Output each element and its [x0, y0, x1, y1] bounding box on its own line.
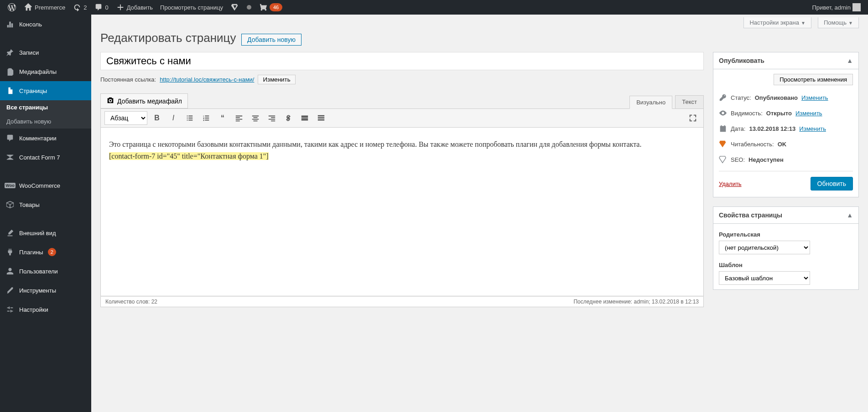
date-row: Дата: 13.02.2018 12:13 Изменить: [719, 121, 853, 136]
menu-comments[interactable]: Комментарии: [0, 129, 91, 148]
comments-link[interactable]: 0: [90, 0, 112, 15]
delete-link[interactable]: Удалить: [719, 180, 742, 187]
status-row: Статус: Опубликовано Изменить: [719, 90, 853, 105]
plug-icon: [5, 247, 15, 257]
visual-tab[interactable]: Визуально: [629, 96, 672, 109]
edit-status-link[interactable]: Изменить: [801, 94, 828, 101]
screen-options-tab[interactable]: Настройки экрана▼: [743, 17, 811, 28]
editor-content[interactable]: Это страница с некоторыми базовыми конта…: [100, 128, 704, 296]
avatar-icon: [852, 3, 861, 11]
bullet-list-button[interactable]: [183, 111, 197, 125]
submenu-add-page[interactable]: Добавить новую: [0, 114, 91, 129]
pin-icon: [5, 48, 15, 57]
text-tab[interactable]: Текст: [675, 95, 704, 108]
refresh-icon: [73, 3, 82, 12]
cart-icon: [259, 3, 268, 12]
envelope-icon: [5, 153, 15, 162]
yoast-link[interactable]: [227, 0, 243, 15]
comment-icon: [94, 3, 103, 12]
circle-icon: [247, 5, 251, 10]
align-left-button[interactable]: [232, 111, 246, 125]
user-icon: [5, 267, 15, 276]
cart-link[interactable]: 46: [255, 0, 286, 15]
preview-button[interactable]: Просмотреть изменения: [774, 74, 853, 85]
key-icon: [719, 93, 727, 102]
toolbar-toggle-button[interactable]: [314, 111, 328, 125]
help-tab[interactable]: Помощь▼: [818, 17, 859, 28]
cart-badge: 46: [270, 3, 282, 11]
wrench-icon: [5, 286, 15, 295]
woocommerce-icon: Woo: [5, 181, 15, 190]
seo-row: SEO: Недоступен: [719, 152, 853, 167]
attributes-box-title: Свойства страницы: [719, 211, 782, 219]
update-button[interactable]: Обновить: [811, 177, 853, 191]
box-icon: [5, 200, 15, 209]
site-name-link[interactable]: Premmerce: [20, 0, 69, 15]
plugins-badge: 2: [48, 248, 56, 256]
add-new-link[interactable]: Добавить: [112, 0, 156, 15]
calendar-icon: [719, 124, 727, 133]
home-icon: [24, 3, 33, 12]
content-shortcode: [contact-form-7 id="45" title="Контактна…: [109, 152, 269, 160]
add-new-button[interactable]: Добавить новую: [241, 34, 301, 46]
add-media-button[interactable]: Добавить медиафайл: [100, 93, 188, 108]
site-name: Premmerce: [35, 4, 65, 11]
menu-media[interactable]: Медиафайлы: [0, 62, 91, 81]
post-title-input[interactable]: [100, 52, 704, 70]
submenu-all-pages[interactable]: Все страницы: [0, 100, 91, 114]
media-icon: [5, 67, 15, 76]
triangle-down-icon: ▼: [801, 21, 806, 26]
publish-box-title: Опубликовать: [719, 57, 764, 64]
readability-row: Читабельность: OK: [719, 136, 853, 152]
menu-plugins[interactable]: Плагины2: [0, 242, 91, 262]
menu-appearance[interactable]: Внешний вид: [0, 223, 91, 242]
triangle-down-icon: ▼: [848, 21, 853, 26]
menu-woocommerce[interactable]: WooWooCommerce: [0, 176, 91, 195]
yoast-icon: [230, 3, 239, 12]
format-select[interactable]: Абзац: [104, 111, 147, 125]
template-select[interactable]: Базовый шаблон: [719, 271, 810, 285]
updates-link[interactable]: 2: [69, 0, 90, 15]
menu-tools[interactable]: Инструменты: [0, 281, 91, 300]
parent-select[interactable]: (нет родительской): [719, 241, 810, 254]
wp-logo[interactable]: [4, 0, 20, 15]
triangle-up-icon[interactable]: ▲: [847, 211, 853, 219]
menu-posts[interactable]: Записи: [0, 43, 91, 62]
align-right-button[interactable]: [265, 111, 279, 125]
edit-visibility-link[interactable]: Изменить: [795, 110, 822, 117]
menu-users[interactable]: Пользователи: [0, 262, 91, 281]
align-center-button[interactable]: [249, 111, 262, 125]
quote-button[interactable]: “: [216, 111, 229, 125]
word-count: 22: [151, 299, 157, 305]
yoast-seo-icon: [719, 155, 727, 164]
content-area: Настройки экрана▼ Помощь▼ Редактировать …: [91, 15, 868, 316]
permalink-link[interactable]: http://tutorial.loc/свяжитесь-с-нами/: [160, 76, 254, 83]
bold-button[interactable]: B: [150, 111, 164, 125]
page-title: Редактировать страницу: [100, 31, 236, 45]
camera-icon: [106, 96, 114, 106]
menu-products[interactable]: Товары: [0, 195, 91, 214]
menu-dashboard[interactable]: Консоль: [0, 15, 91, 34]
admin-menu: Консоль Записи Медиафайлы Страницы Все с…: [0, 15, 91, 316]
sliders-icon: [5, 305, 15, 314]
edit-date-link[interactable]: Изменить: [799, 125, 826, 132]
menu-pages[interactable]: Страницы: [0, 81, 91, 100]
admin-bar: Premmerce 2 0 Добавить Просмотреть стран…: [0, 0, 868, 15]
fullscreen-button[interactable]: [686, 111, 700, 125]
menu-cf7[interactable]: Contact Form 7: [0, 148, 91, 167]
status-dot[interactable]: [243, 0, 255, 15]
triangle-up-icon[interactable]: ▲: [847, 57, 853, 64]
menu-settings[interactable]: Настройки: [0, 300, 91, 316]
link-button[interactable]: [281, 111, 295, 125]
view-page-link[interactable]: Просмотреть страницу: [156, 0, 227, 15]
readmore-button[interactable]: [298, 111, 312, 125]
brush-icon: [5, 228, 15, 237]
edit-permalink-button[interactable]: Изменить: [258, 75, 295, 84]
plus-icon: [116, 3, 125, 12]
account-link[interactable]: Привет, admin: [808, 0, 864, 15]
italic-button[interactable]: I: [166, 111, 180, 125]
publish-box: Опубликовать ▲ Просмотреть изменения Ста…: [713, 52, 859, 197]
parent-label: Родительская: [719, 231, 853, 238]
permalink-label: Постоянная ссылка:: [100, 76, 156, 83]
numbered-list-button[interactable]: [199, 111, 213, 125]
